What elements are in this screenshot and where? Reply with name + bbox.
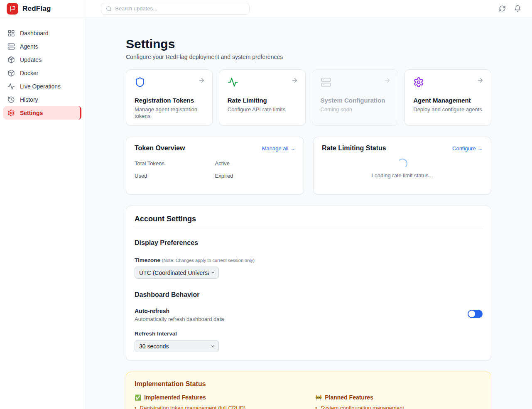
auto-refresh-toggle[interactable]: [468, 310, 483, 318]
card-description: Deploy and configure agents: [413, 106, 483, 113]
card-system-configuration: System Configuration Coming soon: [312, 69, 399, 126]
divider: [135, 229, 483, 229]
auto-refresh-description: Automatically refresh dashboard data: [135, 316, 224, 322]
loading-spinner-icon: [397, 159, 407, 169]
stat-total-tokens: Total Tokens: [135, 160, 215, 167]
sidebar-nav: Dashboard Agents Updates Docker: [0, 17, 85, 120]
list-item: System configuration management: [315, 405, 483, 409]
sidebar-item-label: Live Operations: [20, 83, 61, 90]
box-icon: [7, 69, 15, 77]
card-registration-tokens[interactable]: Registration Tokens Manage agent registr…: [126, 69, 213, 126]
stat-active: Active: [215, 160, 296, 167]
sidebar-item-history[interactable]: History: [3, 93, 81, 106]
planned-features-heading: Planned Features: [325, 394, 373, 401]
planned-features-column: 🚧 Planned Features System configuration …: [315, 394, 483, 409]
brand-logo: RedFlag: [0, 0, 85, 17]
app-window: RedFlag Dashboard Agents Updates: [0, 0, 532, 409]
refresh-interval-label: Refresh Interval: [135, 331, 483, 337]
rate-status-title: Rate Limiting Status: [322, 144, 386, 152]
sidebar-item-label: Dashboard: [20, 30, 49, 37]
page-title: Settings: [126, 37, 491, 51]
history-clock-icon: [7, 96, 15, 103]
configure-link[interactable]: Configure →: [452, 145, 483, 152]
implementation-status-panel: Implementation Status ✅ Implemented Feat…: [126, 372, 491, 409]
sidebar-item-label: Docker: [20, 70, 38, 76]
package-icon: [7, 56, 15, 64]
sidebar-item-dashboard[interactable]: Dashboard: [3, 27, 81, 40]
sidebar-item-label: Updates: [20, 56, 42, 63]
check-mark-icon: ✅: [135, 394, 141, 401]
server-icon: [321, 77, 331, 88]
timezone-label: Timezone (Note: Changes apply to current…: [135, 257, 483, 263]
manage-all-link[interactable]: Manage all →: [262, 145, 295, 152]
sidebar-item-agents[interactable]: Agents: [3, 40, 81, 53]
chevron-down-icon: [211, 270, 215, 275]
refresh-interval-value: 30 seconds: [139, 343, 169, 350]
token-overview-panel: Token Overview Manage all → Total Tokens…: [126, 137, 304, 195]
stat-expired: Expired: [215, 173, 296, 179]
token-stats: Total Tokens Active Used Expired: [135, 160, 295, 179]
account-settings-title: Account Settings: [135, 215, 483, 223]
implemented-features-column: ✅ Implemented Features Registration toke…: [135, 394, 302, 409]
refresh-icon[interactable]: [499, 5, 506, 12]
activity-icon: [7, 83, 15, 90]
shield-icon: [135, 77, 145, 88]
card-agent-management[interactable]: Agent Management Deploy and configure ag…: [405, 69, 491, 126]
topbar-actions: [499, 5, 521, 12]
arrow-right-icon: [291, 77, 298, 84]
gear-icon: [413, 77, 424, 88]
arrow-right-icon: [384, 77, 391, 84]
refresh-interval-select[interactable]: 30 seconds: [135, 340, 219, 352]
search-input[interactable]: [115, 5, 245, 12]
loading-text: Loading rate limit status...: [371, 172, 433, 179]
redflag-logo-icon: [7, 3, 18, 15]
sidebar: RedFlag Dashboard Agents Updates: [0, 0, 85, 409]
account-settings-panel: Account Settings Display Preferences Tim…: [126, 206, 491, 361]
sidebar-item-live-operations[interactable]: Live Operations: [3, 80, 81, 93]
dashboard-grid-icon: [7, 29, 15, 37]
arrow-right-icon: [477, 77, 484, 84]
card-title: Registration Tokens: [135, 97, 204, 104]
card-description: Manage agent registration tokens: [135, 106, 204, 120]
server-icon: [7, 43, 15, 50]
topbar: [85, 0, 532, 17]
gear-icon: [7, 109, 15, 117]
content-area[interactable]: Settings Configure your RedFlag deployme…: [85, 17, 532, 409]
timezone-label-text: Timezone: [135, 257, 160, 263]
implemented-features-heading: Implemented Features: [144, 394, 206, 401]
card-description: Configure API rate limits: [228, 106, 297, 113]
overview-panels: Token Overview Manage all → Total Tokens…: [126, 137, 491, 195]
search-box[interactable]: [101, 3, 250, 15]
bell-icon[interactable]: [514, 5, 521, 12]
sidebar-item-label: History: [20, 96, 38, 103]
sidebar-item-settings[interactable]: Settings: [3, 106, 81, 120]
stat-used: Used: [135, 173, 215, 179]
arrow-right-icon: [198, 77, 205, 84]
timezone-note: (Note: Changes apply to current session …: [162, 258, 255, 263]
auto-refresh-text: Auto-refresh Automatically refresh dashb…: [135, 308, 224, 322]
sidebar-item-updates[interactable]: Updates: [3, 53, 81, 66]
display-preferences-heading: Display Preferences: [135, 239, 483, 247]
timezone-select[interactable]: UTC (Coordinated Universal Time): [135, 267, 219, 279]
brand-name: RedFlag: [22, 5, 51, 13]
construction-icon: 🚧: [315, 394, 322, 401]
card-title: Rate Limiting: [228, 97, 297, 104]
card-description: Coming soon: [321, 106, 390, 113]
implemented-features-list: Registration token management (full CRUD…: [135, 405, 302, 409]
sidebar-item-label: Agents: [20, 43, 38, 50]
sidebar-item-docker[interactable]: Docker: [3, 66, 81, 80]
card-rate-limiting[interactable]: Rate Limiting Configure API rate limits: [219, 69, 306, 126]
dashboard-behavior-heading: Dashboard Behavior: [135, 291, 483, 299]
toggle-knob: [468, 311, 475, 317]
sidebar-item-label: Settings: [20, 110, 43, 116]
auto-refresh-label: Auto-refresh: [135, 308, 224, 314]
timezone-select-value: UTC (Coordinated Universal Time): [139, 269, 209, 276]
planned-features-list: System configuration management Integrat…: [315, 405, 483, 409]
chevron-down-icon: [211, 344, 215, 348]
quick-cards: Registration Tokens Manage agent registr…: [126, 69, 491, 126]
activity-icon: [228, 77, 238, 88]
implementation-status-title: Implementation Status: [135, 380, 483, 388]
token-overview-title: Token Overview: [135, 144, 185, 152]
card-title: Agent Management: [413, 97, 483, 104]
page-subtitle: Configure your RedFlag deployment and sy…: [126, 53, 491, 61]
